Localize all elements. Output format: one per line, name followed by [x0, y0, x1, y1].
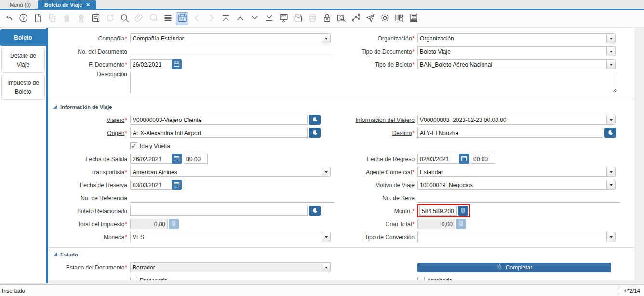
- traveler-search-button[interactable]: [309, 115, 321, 125]
- organization-field[interactable]: [417, 33, 606, 43]
- complete-button[interactable]: Completar: [417, 263, 611, 272]
- previous-record-button[interactable]: [234, 12, 246, 25]
- reference-no-field[interactable]: [130, 193, 334, 203]
- label-text-traveler[interactable]: Viajero: [107, 117, 124, 123]
- amount-field[interactable]: [419, 206, 457, 216]
- export-send-button[interactable]: [364, 12, 376, 25]
- carrier-field[interactable]: [130, 167, 322, 177]
- destination-field[interactable]: [417, 128, 603, 138]
- carrier-dropdown-button[interactable]: [322, 167, 331, 177]
- label-text-traveler-info[interactable]: Información del Viajero: [355, 117, 415, 123]
- label-conversion-type[interactable]: Tipo de Conversión: [340, 234, 417, 241]
- label-text-carrier[interactable]: Transportista: [91, 169, 125, 175]
- window-tab-men-0-[interactable]: Menú (0): [3, 0, 38, 9]
- traveler-info-dropdown-button[interactable]: [606, 115, 616, 125]
- travel-reason-dropdown-button[interactable]: [606, 180, 616, 190]
- organization-dropdown-button[interactable]: [606, 33, 616, 43]
- label-text-sales-agent[interactable]: Agente Comercial: [366, 169, 412, 175]
- label-traveler-info[interactable]: Información del Viajero: [340, 117, 417, 123]
- related-ticket-field[interactable]: [130, 206, 308, 216]
- sales-agent-field[interactable]: [417, 167, 606, 177]
- ticket-type-dropdown-button[interactable]: [606, 59, 616, 69]
- sidebar-tab-impuesto-de-boleto[interactable]: Impuesto de Boleto: [1, 75, 45, 100]
- company-field[interactable]: [130, 33, 322, 43]
- label-origin[interactable]: Origen*: [48, 130, 130, 136]
- label-traveler[interactable]: Viajero*: [48, 117, 130, 123]
- label-text-related-ticket[interactable]: Boleto Relacionado: [77, 208, 127, 215]
- currency-dropdown-button[interactable]: [322, 232, 331, 242]
- sidebar-tab-boleto[interactable]: Boleto: [0, 29, 46, 46]
- section-header[interactable]: Información de Viaje: [48, 100, 634, 113]
- document-type-dropdown-button[interactable]: [606, 46, 616, 56]
- ticket-type-field[interactable]: [417, 59, 606, 69]
- calendar-button[interactable]: 31: [176, 12, 188, 25]
- origin-search-button[interactable]: [309, 128, 321, 138]
- product-info-button[interactable]: [393, 12, 405, 25]
- traveler-info-field[interactable]: [417, 115, 606, 125]
- label-text-travel-reason[interactable]: Motivo de Viaje: [375, 182, 415, 188]
- related-ticket-search-button[interactable]: [309, 206, 321, 216]
- currency-field[interactable]: [130, 232, 322, 242]
- label-text-currency[interactable]: Moneda: [104, 234, 124, 241]
- toggle-grid-button[interactable]: [161, 12, 174, 25]
- undo-button[interactable]: [2, 12, 15, 25]
- doc-status-dropdown-button[interactable]: [322, 262, 331, 272]
- report-window-button[interactable]: [407, 12, 420, 25]
- preferences-button[interactable]: [378, 12, 391, 25]
- label-text-organization[interactable]: Organización: [378, 35, 412, 42]
- processed-checkbox[interactable]: [130, 277, 137, 280]
- departure-date-time-field[interactable]: [184, 154, 208, 164]
- collapse-icon[interactable]: [53, 105, 57, 109]
- label-currency[interactable]: Moneda*: [48, 234, 130, 241]
- description-field[interactable]: [130, 72, 617, 93]
- document-no-field[interactable]: [130, 47, 334, 56]
- lock-button[interactable]: [321, 12, 333, 25]
- label-related-ticket[interactable]: Boleto Relacionado: [48, 208, 130, 215]
- return-date-time-field[interactable]: [471, 154, 495, 164]
- return-date-calendar-button[interactable]: [459, 154, 469, 164]
- travel-reason-field[interactable]: [417, 180, 606, 190]
- label-sales-agent[interactable]: Agente Comercial*: [340, 169, 417, 175]
- label-text-document-type[interactable]: Tipo de Documento: [362, 48, 412, 55]
- find-button[interactable]: [118, 12, 131, 25]
- round-trip-checkbox[interactable]: ✓: [130, 142, 137, 149]
- window-tab-boleto-de-viaje[interactable]: Boleto de Viaje×: [38, 0, 96, 9]
- label-travel-reason[interactable]: Motivo de Viaje: [340, 182, 417, 188]
- departure-date-field[interactable]: [130, 154, 172, 164]
- destination-search-button[interactable]: [604, 128, 616, 138]
- serial-no-field[interactable]: [417, 193, 620, 203]
- amount-calculator-button[interactable]: [458, 206, 468, 216]
- conversion-type-dropdown-button[interactable]: [606, 232, 616, 242]
- section-header[interactable]: Estado: [48, 248, 634, 261]
- archive-button[interactable]: [292, 12, 304, 25]
- label-text-company[interactable]: Compañia: [98, 35, 125, 42]
- label-text-ticket-type[interactable]: Tipo de Boleto: [375, 61, 412, 68]
- label-organization[interactable]: Organización*: [340, 35, 417, 42]
- return-date-field[interactable]: [417, 154, 459, 164]
- close-icon[interactable]: ×: [86, 2, 90, 7]
- booking-date-calendar-button[interactable]: [172, 180, 182, 190]
- document-type-field[interactable]: [417, 46, 606, 56]
- collapse-icon[interactable]: [53, 253, 57, 256]
- label-destination[interactable]: Destino*: [340, 130, 417, 136]
- label-text-origin[interactable]: Origen: [107, 130, 124, 136]
- document-date-calendar-button[interactable]: [172, 59, 182, 69]
- document-date-field[interactable]: [130, 59, 172, 69]
- traveler-field[interactable]: [130, 115, 308, 125]
- label-document-type[interactable]: Tipo de Documento*: [340, 48, 417, 55]
- workflow-button[interactable]: [349, 12, 362, 25]
- doc-status-field[interactable]: [130, 262, 322, 272]
- save-button[interactable]: [89, 12, 102, 25]
- label-ticket-type[interactable]: Tipo de Boleto*: [340, 61, 417, 68]
- record-info-button[interactable]: [335, 12, 348, 25]
- approved-checkbox[interactable]: [417, 277, 425, 280]
- new-record-button[interactable]: [31, 12, 44, 25]
- next-record-button[interactable]: [248, 12, 261, 25]
- origin-field[interactable]: [130, 128, 308, 138]
- label-text-destination[interactable]: Destino: [392, 130, 412, 136]
- label-carrier[interactable]: Transportista*: [48, 169, 130, 175]
- company-dropdown-button[interactable]: [322, 33, 331, 43]
- label-company[interactable]: Compañia*: [48, 35, 130, 42]
- help-button[interactable]: ?: [17, 12, 29, 25]
- booking-date-field[interactable]: [130, 180, 172, 190]
